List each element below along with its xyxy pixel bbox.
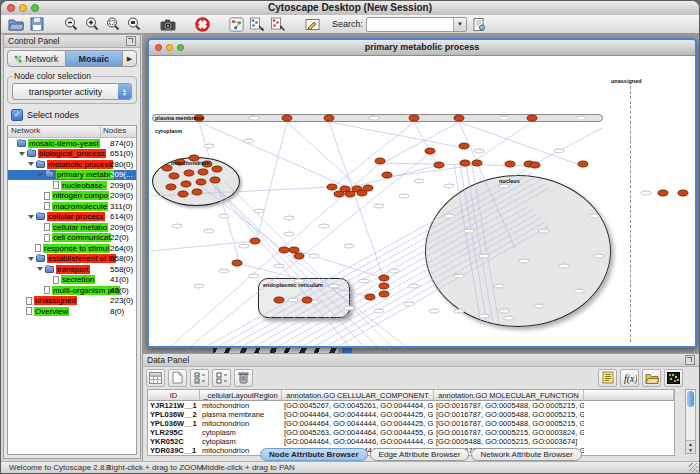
vizmapper-icon[interactable] bbox=[227, 16, 245, 32]
graph-node[interactable] bbox=[324, 115, 335, 122]
function-builder-icon[interactable]: f(x) bbox=[620, 369, 639, 387]
graph-node[interactable] bbox=[459, 143, 470, 150]
expander-icon[interactable] bbox=[28, 215, 34, 219]
graph-node[interactable] bbox=[178, 191, 189, 198]
table-row[interactable]: YPL036W__1mitochondrion[GO:0044464, GO:0… bbox=[148, 419, 674, 428]
graph-node[interactable] bbox=[345, 191, 356, 198]
table-row[interactable]: YPL036W__2plasma membrane[GO:0044464, GO… bbox=[148, 410, 674, 419]
table-row[interactable]: YLR295Ccytoplasm[GO:0045263, GO:0044464,… bbox=[148, 428, 674, 437]
create-attribute-icon[interactable] bbox=[168, 369, 187, 387]
graph-node[interactable] bbox=[578, 161, 589, 168]
tree-row[interactable]: cellular metabo209(0) bbox=[8, 222, 136, 233]
save-session-icon[interactable] bbox=[28, 16, 46, 32]
graph-node[interactable] bbox=[198, 169, 209, 176]
graph-node[interactable] bbox=[678, 190, 689, 197]
graph-node[interactable] bbox=[425, 148, 436, 155]
tab-edge-attribute-browser[interactable]: Edge Attribute Browser bbox=[370, 448, 470, 461]
tree-row[interactable]: metabolic process280(0) bbox=[8, 159, 136, 170]
graph-node[interactable] bbox=[379, 275, 390, 282]
scrollbar-thumb[interactable] bbox=[687, 391, 694, 407]
graph-node[interactable] bbox=[409, 115, 420, 122]
graph-node[interactable] bbox=[196, 179, 207, 186]
tree-row[interactable]: nucleobase-209(0) bbox=[8, 180, 136, 191]
expander-icon[interactable] bbox=[37, 267, 43, 271]
import-attributes-icon[interactable] bbox=[642, 369, 661, 387]
tree-row[interactable]: transport558(0) bbox=[8, 264, 136, 275]
float-panel-icon[interactable] bbox=[126, 36, 136, 46]
graph-node[interactable] bbox=[282, 115, 293, 122]
search-input[interactable] bbox=[367, 19, 453, 30]
snapshot-camera-icon[interactable] bbox=[159, 16, 177, 32]
graph-node[interactable] bbox=[192, 189, 203, 196]
graph-node[interactable] bbox=[505, 161, 516, 168]
tree-row[interactable]: secretion41(0) bbox=[8, 275, 136, 286]
graph-node[interactable] bbox=[527, 115, 538, 122]
network-view-window[interactable]: primary metabolic process plasma membran… bbox=[147, 38, 697, 348]
graph-node[interactable] bbox=[460, 160, 471, 167]
annotation-icon[interactable] bbox=[303, 16, 321, 32]
table-column-header[interactable]: ID bbox=[148, 390, 200, 401]
delete-attribute-icon[interactable] bbox=[234, 369, 253, 387]
tree-row[interactable]: response to stimul264(0) bbox=[8, 243, 136, 254]
tree-column-nodes[interactable]: Nodes bbox=[101, 126, 136, 137]
select-all-attributes-icon[interactable] bbox=[190, 369, 209, 387]
zoom-out-icon[interactable] bbox=[62, 16, 80, 32]
expander-icon[interactable] bbox=[28, 257, 34, 261]
graph-node[interactable] bbox=[302, 297, 313, 304]
tab-network[interactable]: Network bbox=[8, 51, 65, 66]
zoom-fit-icon[interactable] bbox=[125, 16, 143, 32]
tab-mosaic[interactable]: Mosaic bbox=[65, 51, 123, 66]
graph-node[interactable] bbox=[294, 253, 305, 260]
graph-node[interactable] bbox=[363, 185, 374, 192]
graph-node[interactable] bbox=[530, 162, 541, 169]
graph-node[interactable] bbox=[184, 170, 195, 177]
table-column-header[interactable]: _cellularLayoutRegion bbox=[200, 390, 282, 401]
graph-node[interactable] bbox=[379, 283, 390, 290]
search-dropdown-icon[interactable]: ▼ bbox=[453, 18, 466, 31]
graph-node[interactable] bbox=[365, 294, 376, 301]
graph-node[interactable] bbox=[658, 190, 669, 197]
help-lifesaver-icon[interactable] bbox=[193, 16, 211, 32]
graph-node[interactable] bbox=[210, 177, 221, 184]
table-column-header[interactable]: annotation.GO MOLECULAR_FUNCTION bbox=[434, 390, 584, 401]
tree-row[interactable]: unassigned223(0) bbox=[8, 296, 136, 307]
select-nodes-checkbox[interactable]: ✓ bbox=[11, 109, 23, 121]
tree-row[interactable]: cellular process614(0) bbox=[8, 212, 136, 223]
select-attributes-icon[interactable] bbox=[146, 369, 165, 387]
color-attribute-select[interactable]: transporter activity ▲▼ bbox=[12, 83, 132, 100]
more-tabs-button[interactable]: ▶ bbox=[122, 51, 136, 66]
expander-icon[interactable] bbox=[28, 162, 34, 166]
tree-row[interactable]: establishment of lo558(0) bbox=[8, 254, 136, 265]
tab-network-attribute-browser[interactable]: Network Attribute Browser bbox=[471, 448, 581, 461]
tree-row[interactable]: primary metabo209(... bbox=[8, 170, 136, 181]
graph-node[interactable] bbox=[434, 162, 445, 169]
table-row[interactable]: YJR121W__1mitochondrion[GO:0045267, GO:0… bbox=[148, 401, 674, 410]
graph-node[interactable] bbox=[166, 184, 177, 191]
graph-node[interactable] bbox=[382, 172, 393, 179]
table-column-header[interactable]: annotation.GO CELLULAR_COMPONENT bbox=[282, 390, 434, 401]
tree-row[interactable]: nitrogen compo209(0) bbox=[8, 191, 136, 202]
matrix-icon[interactable] bbox=[664, 369, 683, 387]
graph-node[interactable] bbox=[375, 158, 386, 165]
attribute-list-icon[interactable] bbox=[598, 369, 617, 387]
graph-node[interactable] bbox=[232, 260, 243, 267]
unselect-all-attributes-icon[interactable] bbox=[212, 369, 231, 387]
open-session-icon[interactable] bbox=[7, 16, 25, 32]
tree-row[interactable]: cell communicat22(0) bbox=[8, 233, 136, 244]
zoom-in-icon[interactable] bbox=[83, 16, 101, 32]
float-data-panel-icon[interactable] bbox=[685, 355, 695, 365]
graph-node[interactable] bbox=[334, 191, 345, 198]
tree-row[interactable]: Overview8(0) bbox=[8, 306, 136, 317]
graph-node[interactable] bbox=[250, 238, 261, 245]
graph-node[interactable] bbox=[379, 291, 390, 298]
resize-grip[interactable] bbox=[689, 463, 698, 472]
tree-row[interactable]: macromolecule311(0) bbox=[8, 201, 136, 212]
zoom-selected-region-icon[interactable] bbox=[104, 16, 122, 32]
export-network-icon[interactable] bbox=[269, 16, 287, 32]
graph-node[interactable] bbox=[472, 160, 483, 167]
graph-node[interactable] bbox=[212, 166, 223, 173]
tree-row[interactable]: biological_process651(0) bbox=[8, 149, 136, 160]
tree-column-network[interactable]: Network bbox=[8, 126, 101, 137]
tree-row[interactable]: mosaic-demo-yeast874(0) bbox=[8, 138, 136, 149]
search-options-icon[interactable] bbox=[470, 16, 488, 32]
